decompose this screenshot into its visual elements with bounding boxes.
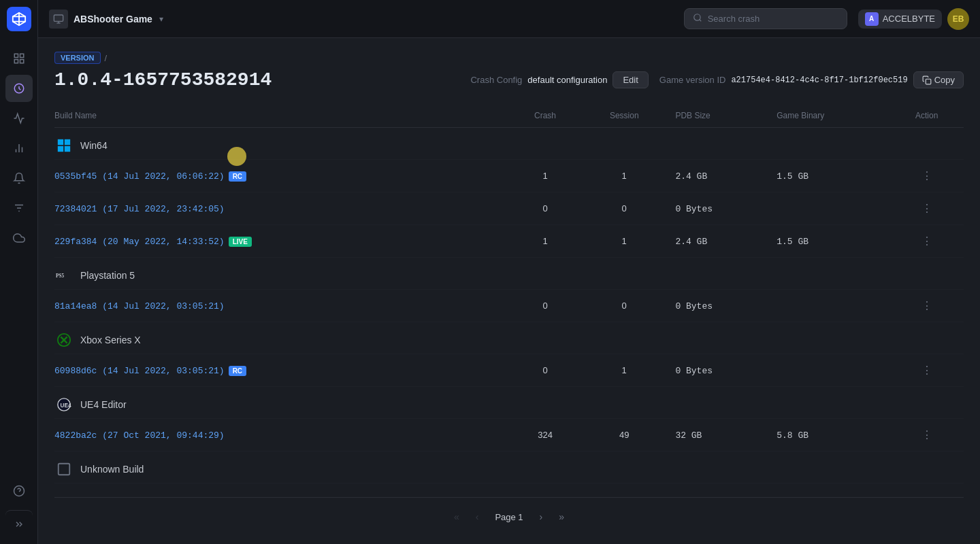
page: VERSION / 1.0.4-1657753582914 Crash Conf… [38,38,980,544]
build-id[interactable]: 72384021 (17 Jul 2022, 23:42:05) [54,204,225,214]
platform-name: Win64 [80,140,108,151]
game-binary-cell: 302 MB [768,483,889,492]
main-content: ABShooter Game ▾ Search crash A ACCELBYT… [38,0,980,544]
pdb-size-cell: 0 Bytes [667,192,768,225]
platform-row: Unknown Build [54,452,964,483]
next-page-button[interactable]: › [534,509,549,525]
action-menu-button[interactable]: ⋮ [916,167,938,185]
action-menu-button[interactable]: ⋮ [916,361,938,379]
sidebar-item-filters[interactable] [5,194,33,222]
table-row: a7b762fc (22 Oct 2021, 16:26:54) 1 32 98… [54,483,964,492]
action-menu-button[interactable]: ⋮ [916,199,938,218]
prev-page-button[interactable]: ‹ [470,509,485,525]
pdb-size-cell: 2.4 GB [667,160,768,192]
sidebar-item-analytics[interactable] [5,105,33,132]
game-binary-cell [768,290,889,322]
copy-button[interactable]: Copy [913,71,964,88]
app-icon [49,10,68,29]
user-menu[interactable]: A ACCELBYTE EB [858,8,969,30]
game-binary-value: 1.5 GB [777,237,808,247]
session-value: 0 [622,203,627,214]
action-cell: ⋮ [889,160,964,192]
sidebar-bottom [5,477,33,537]
crash-cell: 1 [509,225,581,258]
expand-icon[interactable] [5,510,33,537]
session-cell: 32 [581,483,667,492]
game-binary-cell [768,354,889,387]
action-menu-button[interactable]: ⋮ [916,490,938,492]
page-title-row: 1.0.4-1657753582914 Crash Config default… [54,69,964,90]
sidebar-item-notifications[interactable] [5,165,33,192]
platform-cell: UE4 UE4 Editor [54,387,964,419]
crash-cell: 1 [509,160,581,192]
crash-value: 0 [542,365,547,375]
col-build-name: Build Name [54,104,509,128]
version-id-label: Game version ID [659,75,726,85]
last-page-button[interactable]: » [553,509,570,525]
build-id[interactable]: 60988d6c (14 Jul 2022, 03:05:21) [54,366,225,376]
table-header-row: Build Name Crash Session PDB Size Game B… [54,104,964,128]
pagination: « ‹ Page 1 › » [54,497,964,530]
crash-cell: 0 [509,354,581,387]
crash-config: Crash Config default configuration Edit [470,71,648,88]
sidebar-item-dashboard[interactable] [5,45,33,72]
app-name: ABShooter Game [74,14,152,24]
platform-name: UE4 Editor [80,399,127,410]
build-id[interactable]: 4822ba2c (27 Oct 2021, 09:44:29) [54,430,225,441]
sidebar-item-statistics[interactable] [5,135,33,162]
session-value: 49 [619,430,629,440]
sidebar-item-cloud[interactable] [5,224,33,252]
crash-cell: 0 [509,290,581,322]
pdb-size-cell: 2.4 GB [667,225,768,258]
crash-cell: 1 [509,483,581,492]
app-logo[interactable] [7,7,31,31]
platform-row: UE4 UE4 Editor [54,387,964,419]
sidebar-item-crashes[interactable] [5,75,33,102]
session-value: 1 [622,236,627,246]
search-icon [693,13,702,24]
crash-value: 1 [542,236,547,246]
session-value: 1 [622,171,627,181]
col-crash: Crash [509,104,581,128]
crash-value: 1 [542,171,547,181]
svg-line-21 [699,20,701,22]
app-selector[interactable]: ABShooter Game ▾ [49,10,163,29]
build-name-cell: 4822ba2c (27 Oct 2021, 09:44:29) [54,419,509,452]
platform-icon: PS5 [54,266,74,285]
build-id[interactable]: 81a14ea8 (14 Jul 2022, 03:05:21) [54,301,225,311]
session-cell: 0 [581,290,667,322]
session-cell: 0 [581,192,667,225]
edit-button[interactable]: Edit [612,71,648,88]
first-page-button[interactable]: « [448,509,465,525]
svg-text:PS5: PS5 [56,273,64,279]
search-bar[interactable]: Search crash [684,8,847,29]
page-label: Page 1 [489,512,528,522]
breadcrumb: VERSION / [54,52,964,64]
table-body: Win64 0535bf45 (14 Jul 2022, 06:06:22)RC… [54,128,964,492]
pdb-size-value: 2.4 GB [675,237,707,247]
pdb-size-value: 2.4 GB [675,171,707,182]
svg-rect-5 [20,54,23,57]
table-row: 81a14ea8 (14 Jul 2022, 03:05:21) 0 0 0 B… [54,290,964,322]
action-menu-button[interactable]: ⋮ [916,296,938,315]
svg-rect-26 [65,146,70,152]
badge-live: LIVE [229,237,252,247]
help-icon[interactable] [5,477,33,505]
platform-cell: Xbox Series X [54,322,964,354]
breadcrumb-version[interactable]: VERSION [54,52,101,64]
builds-table-container: Build Name Crash Session PDB Size Game B… [54,104,964,492]
session-cell: 49 [581,419,667,452]
sidebar [0,0,38,544]
page-title: 1.0.4-1657753582914 [54,69,272,90]
platform-icon [54,460,74,479]
action-menu-button[interactable]: ⋮ [916,426,938,444]
build-id[interactable]: 229fa384 (20 May 2022, 14:33:52) [54,237,225,247]
build-id[interactable]: 0535bf45 (14 Jul 2022, 06:06:22) [54,171,225,182]
version-id: Game version ID a21754e4-8412-4c4c-8f17-… [659,71,964,88]
user-avatar[interactable]: EB [947,8,969,30]
platform-row: PS5 Playstation 5 [54,258,964,290]
session-value: 0 [622,301,627,311]
svg-rect-25 [58,146,63,152]
action-menu-button[interactable]: ⋮ [916,232,938,250]
pdb-size-cell: 0 Bytes [667,290,768,322]
